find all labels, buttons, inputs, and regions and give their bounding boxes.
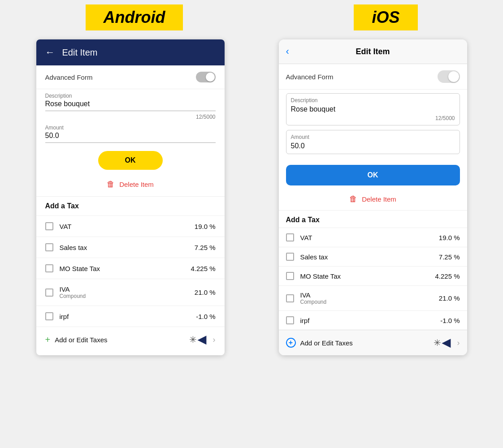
ios-add-tax-header: Add a Tax <box>279 210 467 228</box>
ios-tax-info-iva: IVA Compound <box>300 291 327 305</box>
ios-add-edit-label: Add or Edit Taxes <box>300 339 429 347</box>
ios-tax-info-vat: VAT <box>300 234 312 241</box>
ios-back-button[interactable]: ‹ <box>286 46 289 57</box>
android-tax-checkbox-iva[interactable] <box>45 289 53 297</box>
android-advanced-form-label: Advanced Form <box>45 73 93 81</box>
android-tax-info-mo: MO State Tax <box>60 265 100 272</box>
android-amount-label: Amount <box>45 125 216 131</box>
android-tax-pct-irpf: -1.0 % <box>196 313 215 320</box>
android-tax-pct-iva: 21.0 % <box>195 289 216 296</box>
ios-tax-checkbox-irpf[interactable] <box>286 316 294 324</box>
ios-header: ‹ Edit Item <box>279 39 467 64</box>
ios-tax-pct-sales: 7.25 % <box>439 253 460 261</box>
android-plus-icon: + <box>45 335 51 345</box>
ios-tax-name-mo: MO State Tax <box>300 272 341 280</box>
android-tax-item-iva: IVA Compound 21.0 % <box>36 279 225 306</box>
ios-delete-row[interactable]: 🗑 Delete Item <box>279 190 467 210</box>
android-advanced-form-row: Advanced Form <box>36 65 225 89</box>
android-tax-pct-sales: 7.25 % <box>195 244 216 251</box>
ios-click-indicator: ✳ ◀ <box>434 336 450 349</box>
android-tax-name-mo: MO State Tax <box>60 265 100 272</box>
android-tax-pct-vat: 19.0 % <box>195 223 216 230</box>
ios-description-value[interactable]: Rose bouquet <box>291 105 455 113</box>
android-ok-button[interactable]: OK <box>98 151 163 170</box>
android-click-indicator: ✳ ◀ <box>189 333 206 346</box>
android-add-edit-taxes-row[interactable]: + Add or Edit Taxes ✳ ◀ › <box>36 327 225 352</box>
ios-input-section: Description Rose bouquet 12/5000 Amount … <box>279 90 467 162</box>
android-description-value[interactable]: Rose bouquet <box>45 100 216 111</box>
ios-tax-info-sales: Sales tax <box>300 253 328 261</box>
android-trash-icon: 🗑 <box>107 180 115 189</box>
ios-page-title: Edit Item <box>356 47 390 56</box>
ios-phone: ‹ Edit Item Advanced Form Description Ro… <box>279 39 467 355</box>
ios-tax-name-irpf: irpf <box>300 317 310 324</box>
ios-tax-checkbox-mo[interactable] <box>286 272 294 280</box>
ios-tax-checkbox-vat[interactable] <box>286 233 294 241</box>
ios-tax-info-irpf: irpf <box>300 317 310 324</box>
ios-chevron-right-icon: › <box>457 338 460 348</box>
ios-amount-label: Amount <box>291 134 455 140</box>
android-tax-item-irpf: irpf -1.0 % <box>36 306 225 327</box>
ios-delete-label: Delete Item <box>362 195 396 203</box>
android-description-counter: 12/5000 <box>36 113 225 121</box>
android-tax-info-vat: VAT <box>60 223 72 230</box>
ios-ok-button[interactable]: OK <box>286 165 460 185</box>
ios-tax-name-vat: VAT <box>300 234 312 241</box>
android-tax-compound-iva: Compound <box>60 293 86 299</box>
android-amount-value[interactable]: 50.0 <box>45 132 216 143</box>
ios-tax-compound-iva: Compound <box>300 299 327 305</box>
android-description-section: Description Rose bouquet <box>36 89 225 113</box>
ios-amount-value[interactable]: 50.0 <box>291 142 455 150</box>
ios-tax-item-sales: Sales tax 7.25 % <box>279 247 467 266</box>
ios-advanced-form-label: Advanced Form <box>286 73 334 81</box>
ios-add-edit-taxes-row[interactable]: + Add or Edit Taxes ✳ ◀ › <box>279 330 467 355</box>
android-tax-name-irpf: irpf <box>60 313 69 320</box>
android-page-title: Edit Item <box>62 47 98 58</box>
android-tax-checkbox-irpf[interactable] <box>45 312 53 320</box>
android-tax-item-vat: VAT 19.0 % <box>36 215 225 237</box>
android-tax-checkbox-sales[interactable] <box>45 243 53 251</box>
android-add-edit-label: Add or Edit Taxes <box>55 336 184 344</box>
ios-label: iOS <box>354 4 417 30</box>
android-tax-info-iva: IVA Compound <box>60 285 86 299</box>
ios-advanced-form-toggle[interactable] <box>438 70 460 83</box>
android-tax-checkbox-vat[interactable] <box>45 222 53 230</box>
ios-tax-pct-irpf: -1.0 % <box>440 317 460 324</box>
android-back-button[interactable]: ← <box>45 47 55 58</box>
android-delete-row[interactable]: 🗑 Delete Item <box>36 176 225 196</box>
ios-tax-pct-vat: 19.0 % <box>439 234 460 241</box>
ios-tax-item-vat: VAT 19.0 % <box>279 228 467 247</box>
android-add-tax-header: Add a Tax <box>36 196 225 215</box>
android-amount-section: Amount 50.0 <box>36 121 225 145</box>
android-tax-pct-mo: 4.225 % <box>191 265 215 272</box>
ios-tax-item-mo: MO State Tax 4.225 % <box>279 266 467 285</box>
ios-tax-item-iva: IVA Compound 21.0 % <box>279 285 467 310</box>
ios-tax-checkbox-sales[interactable] <box>286 253 294 261</box>
android-tax-info-sales: Sales tax <box>60 244 87 251</box>
android-tax-name-vat: VAT <box>60 223 72 230</box>
ios-circle-plus-icon: + <box>286 338 296 348</box>
ios-tax-name-sales: Sales tax <box>300 253 328 261</box>
ios-tax-checkbox-iva[interactable] <box>286 294 294 302</box>
ios-trash-icon: 🗑 <box>349 194 357 204</box>
android-description-label: Description <box>45 93 216 99</box>
android-tax-checkbox-mo[interactable] <box>45 264 53 272</box>
android-label: Android <box>86 4 183 30</box>
android-tax-info-irpf: irpf <box>60 313 69 320</box>
android-header: ← Edit Item <box>36 39 225 65</box>
android-tax-name-sales: Sales tax <box>60 244 87 251</box>
android-tax-name-iva: IVA <box>60 285 86 293</box>
ios-tax-item-irpf: irpf -1.0 % <box>279 310 467 330</box>
ios-description-box: Description Rose bouquet 12/5000 <box>286 93 460 125</box>
android-tax-item-sales: Sales tax 7.25 % <box>36 237 225 258</box>
android-chevron-right-icon: › <box>213 335 216 345</box>
ios-advanced-form-row: Advanced Form <box>279 64 467 90</box>
android-advanced-form-toggle[interactable] <box>196 72 216 82</box>
ios-description-counter: 12/5000 <box>291 115 455 121</box>
ios-amount-box: Amount 50.0 <box>286 130 460 154</box>
ios-tax-name-iva: IVA <box>300 291 327 299</box>
android-delete-label: Delete Item <box>119 181 154 188</box>
ios-tax-list: VAT 19.0 % Sales tax 7.25 % MO State Tax… <box>279 228 467 330</box>
ios-description-label: Description <box>291 97 455 103</box>
android-phone: ← Edit Item Advanced Form Description Ro… <box>36 39 225 355</box>
